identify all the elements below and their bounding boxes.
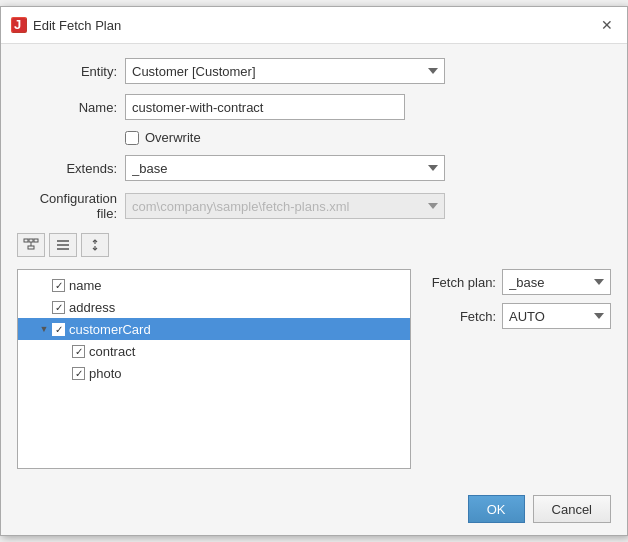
fetch-row: Fetch: AUTO UNDEFINED LOCAL BATCH JOIN <box>421 303 611 329</box>
overwrite-row: Overwrite <box>125 130 611 145</box>
fetch-plan-select[interactable]: _base <box>502 269 611 295</box>
checkbox-address[interactable] <box>52 301 65 314</box>
hierarchy-icon <box>23 238 39 252</box>
right-panel: Fetch plan: _base Fetch: AUTO UNDEFINED … <box>421 269 611 469</box>
main-content: name address ▼ customerCard <box>17 269 611 469</box>
item-text-contract: contract <box>89 344 135 359</box>
tree-item-name[interactable]: name <box>18 274 410 296</box>
tree-toolbar <box>17 233 611 257</box>
config-select: com\company\sample\fetch-plans.xml <box>125 193 445 219</box>
tree-item-photo[interactable]: photo <box>18 362 410 384</box>
overwrite-checkbox[interactable] <box>125 131 139 145</box>
overwrite-label: Overwrite <box>145 130 201 145</box>
fetch-label: Fetch: <box>421 309 496 324</box>
tree-item-address[interactable]: address <box>18 296 410 318</box>
fetch-plan-row: Fetch plan: _base <box>421 269 611 295</box>
app-icon: J <box>11 17 27 33</box>
svg-rect-6 <box>28 246 34 249</box>
cancel-button[interactable]: Cancel <box>533 495 611 523</box>
align-toolbar-btn[interactable] <box>49 233 77 257</box>
extends-label: Extends: <box>17 161 117 176</box>
item-text-address: address <box>69 300 115 315</box>
name-label: Name: <box>17 100 117 115</box>
expand-icon-customercard[interactable]: ▼ <box>38 323 50 335</box>
config-label: Configuration file: <box>17 191 117 221</box>
checkbox-name[interactable] <box>52 279 65 292</box>
close-button[interactable]: ✕ <box>597 15 617 35</box>
tree-item-contract[interactable]: contract <box>18 340 410 362</box>
entity-row: Entity: Customer [Customer] <box>17 58 611 84</box>
name-input[interactable] <box>125 94 405 120</box>
config-row: Configuration file: com\company\sample\f… <box>17 191 611 221</box>
expand-toolbar-btn[interactable] <box>81 233 109 257</box>
edit-fetch-plan-dialog: J Edit Fetch Plan ✕ Entity: Customer [Cu… <box>0 6 628 536</box>
ok-button[interactable]: OK <box>468 495 525 523</box>
svg-rect-3 <box>29 239 33 242</box>
extends-row: Extends: _base <box>17 155 611 181</box>
align-icon <box>56 239 70 251</box>
svg-rect-2 <box>24 239 28 242</box>
extends-select[interactable]: _base <box>125 155 445 181</box>
fetch-plan-label: Fetch plan: <box>421 275 496 290</box>
titlebar: J Edit Fetch Plan ✕ <box>1 7 627 44</box>
entity-label: Entity: <box>17 64 117 79</box>
svg-rect-4 <box>34 239 38 242</box>
item-text-name: name <box>69 278 102 293</box>
title-left: J Edit Fetch Plan <box>11 17 121 33</box>
tree-panel[interactable]: name address ▼ customerCard <box>17 269 411 469</box>
tree-item-customercard[interactable]: ▼ customerCard <box>18 318 410 340</box>
checkbox-customercard[interactable] <box>52 323 65 336</box>
name-row: Name: <box>17 94 611 120</box>
entity-select[interactable]: Customer [Customer] <box>125 58 445 84</box>
dialog-body: Entity: Customer [Customer] Name: Overwr… <box>1 44 627 483</box>
dialog-footer: OK Cancel <box>1 483 627 535</box>
hierarchy-toolbar-btn[interactable] <box>17 233 45 257</box>
fetch-select[interactable]: AUTO UNDEFINED LOCAL BATCH JOIN <box>502 303 611 329</box>
checkbox-photo[interactable] <box>72 367 85 380</box>
checkbox-contract[interactable] <box>72 345 85 358</box>
expand-icon <box>88 239 102 251</box>
item-text-customercard: customerCard <box>69 322 151 337</box>
item-text-photo: photo <box>89 366 122 381</box>
svg-text:J: J <box>14 18 21 32</box>
dialog-title: Edit Fetch Plan <box>33 18 121 33</box>
